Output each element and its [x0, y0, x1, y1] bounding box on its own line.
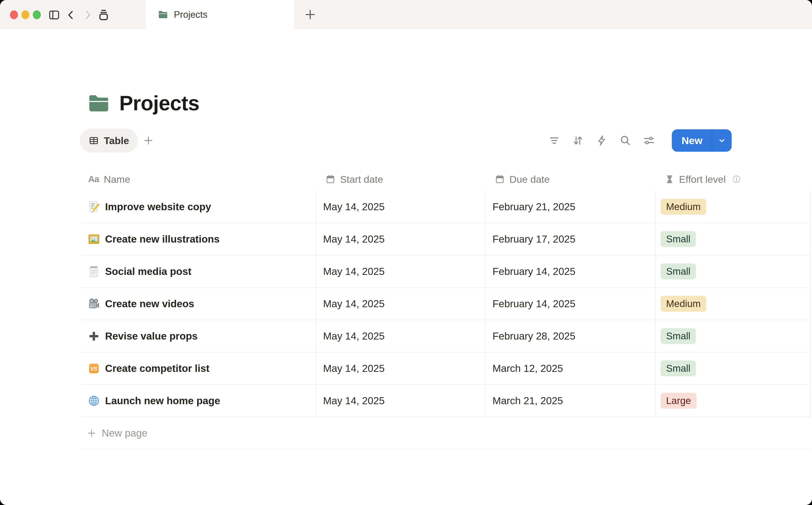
table-grid-icon	[89, 136, 99, 146]
effort-badge: Small	[661, 264, 696, 279]
view-toolbar: Table	[80, 128, 732, 153]
chevron-down-icon	[717, 136, 726, 145]
effort-cell[interactable]: Small	[656, 320, 811, 352]
column-header-name[interactable]: Aa Name	[82, 173, 316, 185]
start-date-cell[interactable]: May 14, 2025	[316, 320, 486, 352]
due-date-cell[interactable]: February 14, 2025	[486, 288, 656, 320]
window-titlebar: Projects	[0, 0, 812, 29]
effort-cell[interactable]: Small	[656, 256, 811, 287]
forward-icon[interactable]	[82, 9, 94, 21]
task-title: Create new illustrations	[105, 233, 220, 245]
column-header-due-date[interactable]: Due date	[486, 173, 656, 185]
table-row: Improve website copy May 14, 2025 Februa…	[82, 191, 811, 223]
new-page-row[interactable]: New page	[82, 417, 811, 450]
traffic-lights	[10, 10, 41, 19]
due-date-cell[interactable]: March 12, 2025	[486, 352, 656, 384]
due-date-cell[interactable]: February 21, 2025	[486, 191, 656, 223]
memo-icon	[88, 201, 100, 213]
effort-badge: Large	[661, 393, 696, 409]
new-button-caret[interactable]	[712, 129, 732, 152]
task-cell-name[interactable]: Social media post	[82, 256, 316, 287]
table-row: VS Create competitor list May 14, 2025 M…	[82, 352, 811, 385]
sort-icon[interactable]	[572, 135, 584, 146]
filter-icon[interactable]	[548, 135, 560, 146]
table-row: Create new illustrations May 14, 2025 Fe…	[82, 223, 811, 256]
start-date-cell[interactable]: May 14, 2025	[316, 288, 486, 320]
table-row: Social media post May 14, 2025 February …	[82, 256, 811, 288]
task-cell-name[interactable]: Create new videos	[82, 288, 316, 320]
effort-cell[interactable]: Large	[656, 385, 811, 417]
start-date-cell[interactable]: May 14, 2025	[316, 223, 486, 255]
svg-text:VS: VS	[91, 366, 98, 371]
task-cell-name[interactable]: Launch new home page	[82, 385, 316, 417]
effort-cell[interactable]: Small	[656, 352, 811, 384]
task-cell-name[interactable]: Revise value props	[82, 320, 316, 352]
new-page-label: New page	[102, 427, 147, 439]
settings-sliders-icon[interactable]	[643, 135, 655, 146]
view-tab-label: Table	[104, 135, 129, 146]
task-cell-name[interactable]: Create new illustrations	[82, 223, 316, 255]
table-row: Launch new home page May 14, 2025 March …	[82, 385, 811, 417]
zoom-button[interactable]	[33, 10, 41, 19]
column-header-start-date[interactable]: Start date	[316, 173, 486, 185]
sidebar-toggle-icon[interactable]	[48, 9, 60, 21]
text-property-icon: Aa	[88, 174, 99, 184]
column-label: Name	[104, 173, 130, 185]
minimize-button[interactable]	[21, 10, 29, 19]
start-date-cell[interactable]: May 14, 2025	[316, 256, 486, 287]
effort-cell[interactable]: Medium	[656, 191, 811, 223]
new-button-group: New	[672, 129, 732, 152]
start-date-cell[interactable]: May 14, 2025	[316, 385, 486, 417]
info-icon[interactable]	[732, 175, 741, 184]
add-view-icon[interactable]	[143, 136, 153, 146]
effort-cell[interactable]: Small	[656, 223, 811, 255]
movie-camera-icon	[88, 298, 100, 310]
framed-picture-icon	[88, 233, 100, 245]
tab-stack-icon[interactable]	[98, 9, 110, 21]
column-label: Effort level	[679, 173, 726, 185]
folder-icon	[158, 10, 168, 19]
search-icon[interactable]	[620, 135, 631, 146]
effort-badge: Small	[661, 231, 696, 247]
task-title: Create competitor list	[105, 363, 209, 374]
app-window: Projects Projects Table	[0, 0, 812, 505]
calendar-icon	[325, 174, 335, 184]
task-title: Launch new home page	[105, 395, 220, 406]
hourglass-icon	[665, 175, 674, 184]
plus-icon	[87, 429, 96, 438]
task-cell-name[interactable]: VS Create competitor list	[82, 352, 316, 384]
database-actions: New	[548, 129, 732, 152]
page-folder-icon	[88, 94, 110, 113]
task-cell-name[interactable]: Improve website copy	[82, 191, 316, 223]
task-title: Improve website copy	[105, 201, 211, 212]
back-icon[interactable]	[65, 9, 77, 21]
globe-icon	[88, 395, 100, 407]
new-button[interactable]: New	[672, 129, 712, 152]
close-button[interactable]	[10, 10, 18, 19]
spiral-notepad-icon	[88, 266, 100, 278]
due-date-cell[interactable]: March 21, 2025	[486, 385, 656, 417]
task-title: Create new videos	[105, 298, 194, 310]
tab-title: Projects	[174, 9, 208, 20]
table-row: Revise value props May 14, 2025 February…	[82, 320, 811, 352]
database-table: Aa Name Start date	[82, 168, 811, 450]
start-date-cell[interactable]: May 14, 2025	[316, 352, 486, 384]
due-date-cell[interactable]: February 17, 2025	[486, 223, 656, 255]
page-content: Projects Table	[0, 91, 812, 450]
vs-button-icon: VS	[88, 362, 100, 375]
due-date-cell[interactable]: February 28, 2025	[486, 320, 656, 352]
new-tab-icon[interactable]	[304, 8, 316, 21]
effort-badge: Small	[661, 328, 696, 344]
due-date-cell[interactable]: February 14, 2025	[486, 256, 656, 287]
browser-tab-projects[interactable]: Projects	[146, 0, 294, 29]
effort-cell[interactable]: Medium	[656, 288, 811, 320]
start-date-cell[interactable]: May 14, 2025	[316, 191, 486, 223]
page-header: Projects	[88, 91, 812, 115]
view-tab-table[interactable]: Table	[80, 129, 138, 153]
heavy-plus-icon	[88, 330, 100, 342]
effort-badge: Medium	[661, 296, 706, 312]
table-header-row: Aa Name Start date	[82, 168, 811, 191]
automation-bolt-icon[interactable]	[596, 135, 607, 146]
column-header-effort-level[interactable]: Effort level	[656, 173, 811, 185]
effort-badge: Small	[661, 360, 696, 376]
